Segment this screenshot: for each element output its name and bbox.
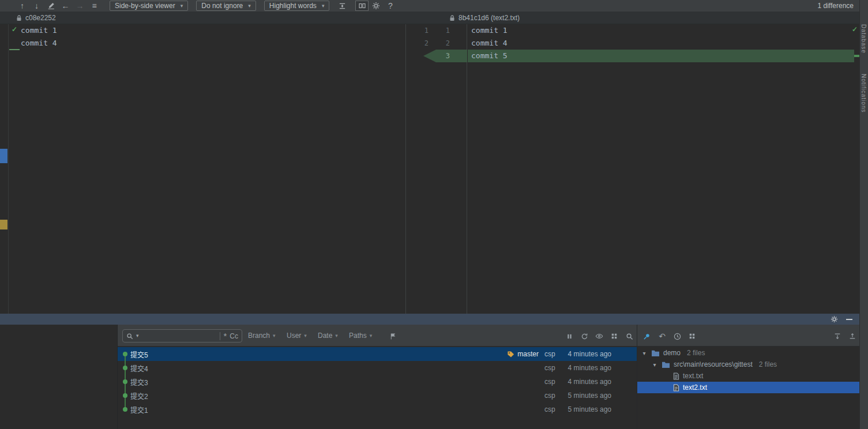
pause-refresh-button[interactable]: [564, 331, 574, 341]
right-diff-editor[interactable]: commit 1 commit 4 commit 5: [468, 24, 854, 314]
right-toolwindow-stripe: [859, 0, 868, 429]
tag-icon: [507, 351, 514, 358]
match-case-toggle[interactable]: Cc: [230, 332, 238, 340]
tree-row-root[interactable]: ▾ demo 2 files: [637, 347, 859, 359]
branch-name: master: [517, 350, 539, 358]
collapse-all-button[interactable]: [847, 331, 858, 341]
highlight-mode-dropdown[interactable]: Highlight words ▾: [264, 1, 330, 11]
insertion-marker: [9, 49, 20, 50]
next-difference-button[interactable]: ↓: [29, 0, 44, 12]
paths-filter-dropdown[interactable]: Paths▾: [349, 329, 372, 343]
grid-icon: [689, 333, 696, 340]
compare-previous-file-button[interactable]: ←: [58, 0, 73, 12]
commit-author: csp: [544, 405, 562, 413]
diff-splitter[interactable]: [405, 24, 467, 314]
commit-row[interactable]: 提交3 csp 4 minutes ago: [118, 375, 637, 389]
user-filter-dropdown[interactable]: User▾: [287, 329, 307, 343]
scrollbar-marker-warning[interactable]: [0, 220, 7, 229]
grid-icon: [611, 333, 618, 340]
commit-row[interactable]: 提交1 csp 5 minutes ago: [118, 402, 637, 416]
commit-author: csp: [544, 364, 562, 372]
folder-icon: [662, 361, 670, 368]
diff-preview-pin-button[interactable]: [641, 331, 652, 341]
commit-time: 4 minutes ago: [562, 350, 611, 358]
toolwindow-button-notifications[interactable]: Notifications: [861, 74, 867, 112]
search-icon: [126, 333, 133, 340]
left-scrollbar-stripe[interactable]: [0, 24, 9, 314]
divider: [220, 332, 220, 340]
collapse-unchanged-icon: [339, 2, 346, 10]
commit-subject: 提交2: [130, 391, 148, 401]
commit-time: 5 minutes ago: [562, 392, 611, 400]
help-button[interactable]: ?: [383, 0, 397, 12]
refresh-button[interactable]: [579, 331, 589, 341]
line-number: 1: [407, 24, 429, 37]
jump-to-source-button[interactable]: [44, 0, 58, 12]
tree-row-file-selected[interactable]: text2.txt: [637, 382, 859, 393]
code-line[interactable]: commit 4: [9, 37, 405, 50]
lock-icon: [449, 15, 455, 21]
chevron-down-icon[interactable]: ▾: [651, 362, 658, 368]
line-number: 1: [432, 24, 450, 37]
commit-row[interactable]: 提交2 csp 5 minutes ago: [118, 389, 637, 402]
toolwindow-button-database[interactable]: Database: [861, 24, 867, 54]
toolwindow-settings-button[interactable]: [831, 315, 838, 323]
tree-row-file[interactable]: text.txt: [637, 370, 859, 382]
commit-row[interactable]: 提交4 csp 4 minutes ago: [118, 361, 637, 375]
flag-icon: [389, 333, 397, 340]
scrollbar-marker-change[interactable]: [0, 149, 7, 163]
code-line-added[interactable]: commit 5: [468, 50, 854, 62]
previous-difference-button[interactable]: ↑: [15, 0, 29, 12]
expand-all-button[interactable]: [832, 331, 843, 341]
commit-row[interactable]: 提交5 master csp 4 minutes ago: [118, 347, 637, 361]
diff-settings-button[interactable]: [369, 0, 383, 12]
code-line[interactable]: commit 1: [9, 24, 405, 37]
left-diff-editor[interactable]: commit 1 commit 4: [9, 24, 405, 314]
code-line[interactable]: commit 1: [468, 24, 854, 37]
tree-row-directory[interactable]: ▾ src\main\resources\gittest 2 files: [637, 359, 859, 370]
inspections-ok-icon: ✓: [12, 25, 17, 33]
inspections-ok-icon: ✓: [852, 25, 858, 33]
gear-icon: [372, 2, 380, 10]
rollback-button[interactable]: ↶: [657, 331, 667, 341]
regex-toggle[interactable]: *: [223, 332, 227, 340]
viewer-mode-dropdown[interactable]: Side-by-side viewer ▾: [110, 1, 188, 11]
chevron-down-icon[interactable]: ▾: [136, 333, 139, 338]
diff-headers: c08e2252 8b41c1d6 (text2.txt): [0, 12, 859, 24]
diff-file-list-button[interactable]: ≡: [87, 0, 102, 12]
commit-graph-node: [123, 393, 127, 398]
tree-root-name: demo: [663, 349, 681, 357]
search-input[interactable]: [142, 332, 217, 340]
folder-icon: [651, 349, 660, 357]
tree-file-name: text2.txt: [683, 383, 707, 392]
history-button[interactable]: [672, 331, 682, 341]
toolwindow-header-bar: [0, 314, 859, 325]
show-details-button[interactable]: [594, 331, 604, 341]
date-filter-dropdown[interactable]: Date▾: [318, 329, 338, 343]
collapse-branches-button[interactable]: [609, 331, 619, 341]
code-line[interactable]: commit 4: [468, 37, 854, 50]
menu-icon: ≡: [92, 1, 96, 10]
ignore-whitespace-dropdown[interactable]: Do not ignore ▾: [196, 1, 256, 11]
arrow-right-icon: →: [76, 1, 84, 10]
highlight-mode-label: Highlight words: [269, 2, 317, 10]
ignore-whitespace-label: Do not ignore: [201, 2, 243, 10]
scrollbar-marker-added[interactable]: [854, 55, 859, 57]
log-search-field[interactable]: ▾ * Cc: [122, 329, 242, 343]
compare-next-file-button[interactable]: →: [73, 0, 87, 12]
collapse-unchanged-button[interactable]: [335, 0, 350, 12]
pen-icon: [47, 2, 55, 10]
collapse-all-icon: [849, 333, 856, 340]
group-by-button[interactable]: [687, 331, 697, 341]
chevron-down-icon[interactable]: ▾: [641, 350, 648, 356]
log-magnifier-button[interactable]: [624, 331, 634, 341]
branch-filter-dropdown[interactable]: Branch▾: [248, 329, 276, 343]
difference-count-label: 1 difference: [818, 2, 854, 10]
hide-toolwindow-button[interactable]: [846, 319, 852, 320]
sync-scrolling-toggle[interactable]: [355, 1, 369, 11]
commit-subject: 提交1: [130, 405, 148, 415]
left-revision-hash: c08e2252: [25, 14, 56, 22]
refresh-icon: [581, 333, 588, 340]
goto-hash-button[interactable]: [388, 331, 398, 341]
commit-subject: 提交3: [130, 377, 148, 387]
